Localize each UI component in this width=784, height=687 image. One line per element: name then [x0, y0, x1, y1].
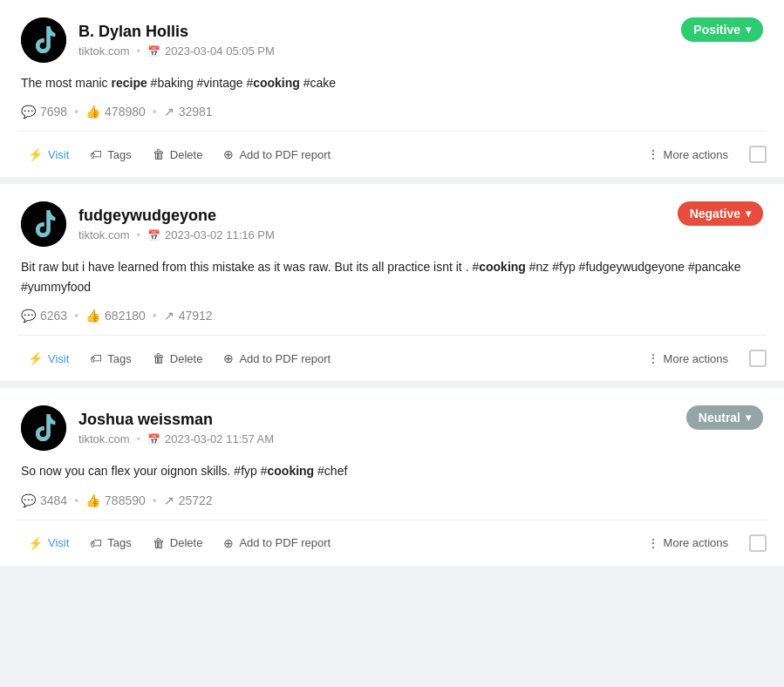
delete-button[interactable]: 🗑 Delete — [142, 346, 214, 371]
visit-label: Visit — [48, 536, 69, 549]
more-actions-button[interactable]: ⋮ More actions — [637, 346, 739, 371]
username: Joshua weissman — [78, 411, 274, 429]
sentiment-label: Neutral — [699, 411, 740, 425]
more-actions-label: More actions — [664, 352, 728, 365]
more-actions-label: More actions — [664, 536, 728, 549]
sentiment-badge[interactable]: Negative ▾ — [678, 201, 763, 226]
visit-label: Visit — [48, 148, 69, 161]
stats-bar: 💬 6263 • 👍 682180 • ↗ 47912 — [21, 309, 763, 323]
shares-stat: ↗ 25722 — [164, 493, 213, 507]
comment-icon: 💬 — [21, 493, 36, 507]
sentiment-badge[interactable]: Positive ▾ — [681, 17, 763, 42]
pdf-label: Add to PDF report — [239, 352, 331, 365]
select-checkbox[interactable] — [749, 146, 767, 163]
card-header-left: Joshua weissman tiktok.com • 📅 2023-03-0… — [21, 405, 274, 451]
comments-count: 3484 — [40, 493, 67, 507]
tag-icon: 🏷 — [90, 147, 102, 161]
actions-bar: ⚡ Visit 🏷 Tags 🗑 Delete ⊕ Add to PDF rep… — [17, 520, 767, 566]
share-icon: ↗ — [164, 309, 174, 323]
comment-icon: 💬 — [21, 309, 36, 323]
share-icon: ↗ — [164, 105, 174, 119]
shares-count: 47912 — [179, 309, 213, 323]
add-to-pdf-button[interactable]: ⊕ Add to PDF report — [213, 346, 341, 371]
tags-button[interactable]: 🏷 Tags — [79, 531, 141, 555]
delete-button[interactable]: 🗑 Delete — [142, 531, 214, 555]
likes-stat: 👍 788590 — [85, 493, 146, 507]
sentiment-label: Positive — [693, 23, 740, 37]
add-to-pdf-button[interactable]: ⊕ Add to PDF report — [213, 531, 341, 555]
shares-stat: ↗ 32981 — [164, 105, 213, 119]
actions-right: ⋮ More actions — [637, 346, 767, 371]
shares-stat: ↗ 47912 — [164, 309, 213, 323]
tags-label: Tags — [107, 536, 131, 549]
ellipsis-icon: ⋮ — [647, 351, 659, 365]
delete-label: Delete — [170, 536, 203, 549]
likes-stat: 👍 478980 — [85, 105, 146, 119]
more-actions-button[interactable]: ⋮ More actions — [637, 531, 739, 555]
meta: tiktok.com • 📅 2023-03-04 05:05 PM — [78, 44, 275, 58]
post-date: 📅 2023-03-04 05:05 PM — [147, 44, 275, 58]
add-to-pdf-button[interactable]: ⊕ Add to PDF report — [213, 142, 341, 167]
delete-label: Delete — [170, 352, 203, 365]
post-date: 📅 2023-03-02 11:57 AM — [147, 432, 274, 446]
calendar-icon: 📅 — [147, 433, 160, 446]
delete-button[interactable]: 🗑 Delete — [142, 142, 214, 167]
calendar-icon: 📅 — [147, 229, 160, 241]
pdf-icon: ⊕ — [223, 536, 234, 550]
shares-count: 25722 — [179, 493, 213, 507]
card-header-left: fudgeywudgeyone tiktok.com • 📅 2023-03-0… — [21, 201, 275, 247]
avatar — [21, 17, 66, 63]
user-info: B. Dylan Hollis tiktok.com • 📅 2023-03-0… — [78, 23, 275, 58]
user-info: fudgeywudgeyone tiktok.com • 📅 2023-03-0… — [78, 207, 275, 241]
actions-right: ⋮ More actions — [637, 531, 767, 555]
actions-bar: ⚡ Visit 🏷 Tags 🗑 Delete ⊕ Add to PDF rep… — [17, 131, 767, 177]
pdf-label: Add to PDF report — [239, 148, 331, 161]
comments-count: 6263 — [40, 309, 67, 323]
lightning-icon: ⚡ — [28, 147, 43, 161]
sentiment-badge[interactable]: Neutral ▾ — [686, 405, 763, 430]
post-content: The most manic recipe #baking #vintage #… — [21, 73, 763, 92]
trash-icon: 🗑 — [153, 351, 165, 365]
sentiment-label: Negative — [690, 207, 740, 221]
chevron-down-icon: ▾ — [746, 24, 751, 36]
trash-icon: 🗑 — [153, 147, 165, 161]
user-info: Joshua weissman tiktok.com • 📅 2023-03-0… — [78, 411, 274, 446]
calendar-icon: 📅 — [147, 45, 160, 58]
tags-button[interactable]: 🏷 Tags — [79, 142, 141, 167]
username: B. Dylan Hollis — [78, 23, 275, 41]
visit-button[interactable]: ⚡ Visit — [17, 531, 79, 555]
trash-icon: 🗑 — [153, 536, 165, 550]
card-header: B. Dylan Hollis tiktok.com • 📅 2023-03-0… — [21, 17, 763, 63]
more-actions-button[interactable]: ⋮ More actions — [637, 142, 739, 167]
share-icon: ↗ — [164, 493, 174, 507]
likes-stat: 👍 682180 — [85, 309, 146, 323]
post-date: 📅 2023-03-02 11:16 PM — [147, 228, 275, 241]
likes-count: 788590 — [105, 493, 146, 507]
tag-icon: 🏷 — [90, 536, 102, 550]
tags-button[interactable]: 🏷 Tags — [79, 346, 141, 371]
pdf-icon: ⊕ — [223, 147, 234, 161]
tag-icon: 🏷 — [90, 351, 102, 365]
lightning-icon: ⚡ — [28, 536, 43, 550]
more-actions-label: More actions — [664, 148, 728, 161]
likes-count: 478980 — [105, 105, 146, 119]
ellipsis-icon: ⋮ — [647, 536, 659, 550]
chevron-down-icon: ▾ — [746, 412, 751, 424]
domain: tiktok.com — [78, 44, 130, 58]
visit-button[interactable]: ⚡ Visit — [17, 346, 79, 371]
username: fudgeywudgeyone — [78, 207, 275, 225]
select-checkbox[interactable] — [749, 350, 767, 367]
like-icon: 👍 — [85, 105, 100, 119]
pdf-label: Add to PDF report — [239, 536, 331, 549]
comments-stat: 💬 7698 — [21, 105, 67, 119]
avatar — [21, 405, 66, 451]
shares-count: 32981 — [179, 105, 213, 119]
pdf-icon: ⊕ — [223, 351, 234, 365]
likes-count: 682180 — [105, 309, 146, 323]
visit-button[interactable]: ⚡ Visit — [17, 142, 79, 167]
tags-label: Tags — [107, 148, 131, 161]
post-content: So now you can flex your oignon skills. … — [21, 461, 763, 480]
like-icon: 👍 — [85, 309, 100, 323]
select-checkbox[interactable] — [749, 534, 767, 552]
post-card-3: Joshua weissman tiktok.com • 📅 2023-03-0… — [0, 388, 784, 565]
